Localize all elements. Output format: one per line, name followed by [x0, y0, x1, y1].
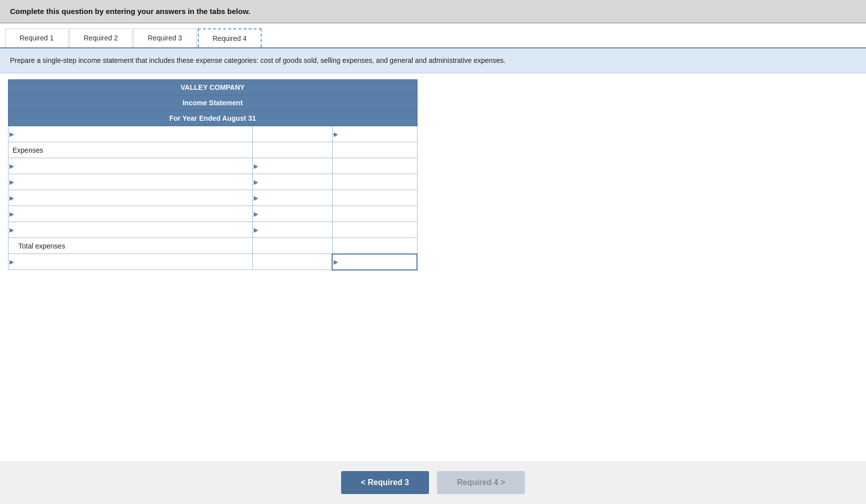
- row1-col2-input[interactable]: [253, 126, 332, 142]
- row5-col2-input[interactable]: [261, 190, 332, 206]
- row1-col1-input[interactable]: [16, 126, 252, 142]
- row7-col2-cell: ▶: [253, 222, 333, 238]
- table-row: ▶ ▶: [8, 126, 418, 142]
- row8-col3-cell: [332, 238, 417, 254]
- table-row: ▶ ▶: [8, 158, 418, 174]
- arrow-icon: ▶: [9, 258, 14, 265]
- income-table: VALLEY COMPANY Income Statement For Year…: [8, 79, 418, 270]
- arrow-icon: ▶: [254, 195, 258, 202]
- row9-col1-cell: ▶: [8, 254, 253, 270]
- row1-col3-input[interactable]: [341, 126, 417, 142]
- row1-col2-cell: [253, 126, 333, 142]
- tabs-row: Required 1 Required 2 Required 3 Require…: [0, 23, 866, 48]
- next-button[interactable]: Required 4 >: [437, 471, 525, 494]
- total-expenses-label: Total expenses: [18, 242, 65, 250]
- row6-col3-input[interactable]: [333, 206, 417, 222]
- row1-col3-cell: ▶: [332, 126, 417, 142]
- arrow-icon: ▶: [9, 131, 14, 138]
- row3-col2-cell: ▶: [253, 158, 333, 174]
- arrow-icon: ▶: [9, 195, 14, 202]
- row5-col3-cell: [332, 190, 417, 206]
- table-row: ▶ ▶: [8, 254, 418, 270]
- row9-col2-input[interactable]: [253, 254, 332, 269]
- expenses-label: Expenses: [12, 146, 43, 154]
- instruction-box: Prepare a single-step income statement t…: [0, 48, 866, 73]
- row4-col1-input[interactable]: [16, 174, 252, 190]
- row3-col1-input[interactable]: [16, 158, 252, 174]
- header-instruction: Complete this question by entering your …: [10, 7, 250, 15]
- row5-col2-cell: ▶: [253, 190, 333, 206]
- row9-col3-cell: ▶: [332, 254, 417, 270]
- row6-col2-input[interactable]: [261, 206, 332, 222]
- period-cell: For Year Ended August 31: [8, 111, 418, 126]
- row5-col1-input[interactable]: [16, 190, 252, 206]
- arrow-icon: ▶: [334, 258, 338, 265]
- table-header-statement: Income Statement: [8, 95, 418, 111]
- row4-col3-cell: [332, 174, 417, 190]
- tab-required-4[interactable]: Required 4: [198, 28, 262, 47]
- row4-col3-input[interactable]: [333, 174, 417, 190]
- statement-type-cell: Income Statement: [8, 95, 418, 111]
- row4-col2-input[interactable]: [261, 174, 332, 190]
- table-header-company: VALLEY COMPANY: [8, 80, 418, 95]
- row6-col1-cell: ▶: [8, 206, 253, 222]
- row7-col3-cell: [332, 222, 417, 238]
- instruction-text: Prepare a single-step income statement t…: [10, 56, 505, 64]
- arrow-icon: ▶: [9, 211, 14, 218]
- row2-col2-cell: [253, 142, 333, 158]
- tab-required-2[interactable]: Required 2: [69, 28, 133, 47]
- row3-col2-input[interactable]: [261, 158, 332, 174]
- expenses-label-cell: Expenses: [8, 142, 253, 158]
- row7-col2-input[interactable]: [261, 222, 332, 238]
- row4-col2-cell: ▶: [253, 174, 333, 190]
- table-row: Expenses: [8, 142, 418, 158]
- table-header-period: For Year Ended August 31: [8, 111, 418, 126]
- row9-col1-input[interactable]: [16, 254, 252, 269]
- header-bar: Complete this question by entering your …: [0, 0, 866, 23]
- arrow-icon: ▶: [254, 227, 258, 234]
- arrow-icon: ▶: [9, 227, 14, 234]
- bottom-nav: < Required 3 Required 4 >: [0, 461, 866, 504]
- row3-col3-input[interactable]: [333, 158, 417, 174]
- row3-col1-cell: ▶: [8, 158, 253, 174]
- table-row: ▶ ▶: [8, 222, 418, 238]
- arrow-icon: ▶: [334, 131, 338, 138]
- table-row: Total expenses: [8, 238, 418, 254]
- table-container: VALLEY COMPANY Income Statement For Year…: [0, 73, 866, 276]
- row6-col1-input[interactable]: [16, 206, 252, 222]
- table-row: ▶ ▶: [8, 174, 418, 190]
- row2-col3-cell: [332, 142, 417, 158]
- arrow-icon: ▶: [254, 163, 258, 170]
- row5-col3-input[interactable]: [333, 190, 417, 206]
- arrow-icon: ▶: [9, 179, 14, 186]
- row6-col3-cell: [332, 206, 417, 222]
- prev-button[interactable]: < Required 3: [341, 471, 429, 494]
- total-expenses-label-cell: Total expenses: [8, 238, 253, 254]
- row7-col1-input[interactable]: [16, 222, 252, 238]
- row2-col2-input[interactable]: [253, 142, 332, 158]
- arrow-icon: ▶: [9, 163, 14, 170]
- row3-col3-cell: [332, 158, 417, 174]
- row2-col3-input[interactable]: [333, 142, 417, 158]
- row9-col2-cell: [253, 254, 333, 270]
- content-area: Required 1 Required 2 Required 3 Require…: [0, 23, 866, 461]
- table-row: ▶ ▶: [8, 190, 418, 206]
- table-row: ▶ ▶: [8, 206, 418, 222]
- arrow-icon: ▶: [254, 179, 258, 186]
- company-name-cell: VALLEY COMPANY: [8, 80, 418, 95]
- row8-col3-input[interactable]: [333, 238, 417, 253]
- row8-col2-input[interactable]: [253, 238, 332, 253]
- arrow-icon: ▶: [254, 211, 258, 218]
- tab-required-1[interactable]: Required 1: [5, 28, 68, 47]
- row5-col1-cell: ▶: [8, 190, 253, 206]
- row9-col3-input[interactable]: [341, 254, 417, 269]
- row6-col2-cell: ▶: [253, 206, 333, 222]
- row7-col3-input[interactable]: [333, 222, 417, 238]
- page-wrapper: Complete this question by entering your …: [0, 0, 866, 504]
- row7-col1-cell: ▶: [8, 222, 253, 238]
- tab-required-3[interactable]: Required 3: [133, 28, 197, 47]
- row8-col2-cell: [253, 238, 333, 254]
- row1-col1-cell: ▶: [8, 126, 253, 142]
- row4-col1-cell: ▶: [8, 174, 253, 190]
